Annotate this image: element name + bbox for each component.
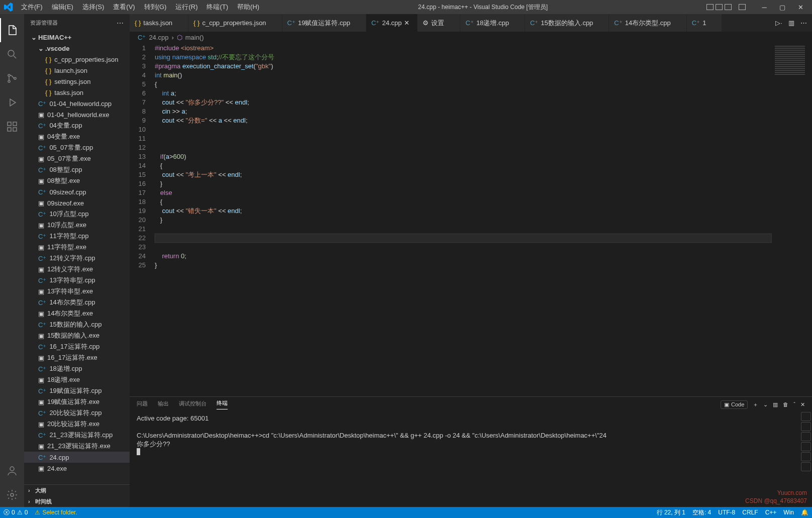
breadcrumbs[interactable]: C⁺ 24.cpp › ⬡ main() bbox=[130, 32, 812, 43]
tree-file[interactable]: C⁺18递增.cpp bbox=[24, 363, 130, 374]
menu-item[interactable]: 终端(T) bbox=[202, 1, 232, 14]
tree-file[interactable]: ▣12转义字符.exe bbox=[24, 264, 130, 275]
maximize-button[interactable]: ▢ bbox=[775, 2, 790, 13]
tree-file[interactable]: { }settings.json bbox=[24, 76, 130, 87]
settings-icon[interactable] bbox=[0, 483, 24, 507]
tree-file[interactable]: ▣09sizeof.exe bbox=[24, 197, 130, 209]
terminal-dropdown-icon[interactable]: ⌄ bbox=[763, 401, 768, 408]
tree-file[interactable]: C⁺08整型.cpp bbox=[24, 164, 130, 175]
editor-tab[interactable]: { }c_cpp_properties.json✕ bbox=[188, 14, 282, 32]
panel-tab[interactable]: 输出 bbox=[158, 400, 169, 409]
tree-file[interactable]: ▣14布尔类型.exe bbox=[24, 308, 130, 319]
tree-file[interactable]: C⁺12转义字符.cpp bbox=[24, 253, 130, 264]
tree-file[interactable]: ▣05_07常量.exe bbox=[24, 153, 130, 164]
tree-file[interactable]: ▣20比较运算符.exe bbox=[24, 419, 130, 430]
tree-root[interactable]: ⌄HEIMAC++ bbox=[24, 32, 130, 43]
panel-tab[interactable]: 问题 bbox=[137, 400, 148, 409]
tree-file[interactable]: ▣16_17运算符.exe bbox=[24, 352, 130, 363]
status-bell-icon[interactable]: 🔔 bbox=[797, 507, 812, 518]
more-icon[interactable]: ⋯ bbox=[800, 19, 807, 27]
minimize-button[interactable]: ─ bbox=[757, 2, 772, 13]
split-icon[interactable]: ▥ bbox=[788, 19, 794, 27]
menu-item[interactable]: 文件(F) bbox=[17, 1, 47, 14]
editor-tab[interactable]: C⁺19赋值运算符.cpp✕ bbox=[282, 14, 366, 32]
menu-item[interactable]: 查看(V) bbox=[109, 1, 139, 14]
tree-file[interactable]: C⁺20比较运算符.cpp bbox=[24, 407, 130, 419]
tree-file[interactable]: C⁺01-04_helloworld.cpp bbox=[24, 98, 130, 109]
terminal-side-icons[interactable] bbox=[801, 412, 811, 471]
status-lang[interactable]: C++ bbox=[762, 507, 780, 518]
tree-file[interactable]: C⁺16_17运算符.cpp bbox=[24, 341, 130, 352]
tree-file[interactable]: C⁺11字符型.cpp bbox=[24, 231, 130, 242]
editor[interactable]: 1234567891011121314151617181920212223242… bbox=[130, 43, 812, 396]
tree-file[interactable]: C⁺15数据的输入.cpp bbox=[24, 319, 130, 330]
tree-file[interactable]: C⁺14布尔类型.cpp bbox=[24, 297, 130, 308]
status-encoding[interactable]: UTF-8 bbox=[715, 507, 739, 518]
panel-tab[interactable]: 终端 bbox=[217, 399, 228, 409]
tree-file[interactable]: ▣21_23逻辑运算符.exe bbox=[24, 441, 130, 452]
kill-terminal-icon[interactable]: 🗑 bbox=[783, 401, 788, 407]
tree-file[interactable]: ▣04变量.exe bbox=[24, 131, 130, 142]
editor-tab[interactable]: C⁺24.cpp✕ bbox=[366, 14, 418, 32]
menu-item[interactable]: 转到(G) bbox=[140, 1, 171, 14]
tree-file[interactable]: C⁺04变量.cpp bbox=[24, 120, 130, 131]
timeline-section[interactable]: ›时间线 bbox=[24, 496, 130, 507]
panel-maximize-icon[interactable]: ˆ bbox=[793, 401, 795, 407]
status-eol[interactable]: CRLF bbox=[739, 507, 761, 518]
tree-file[interactable]: ▣01-04_helloworld.exe bbox=[24, 109, 130, 120]
editor-tab[interactable]: ⚙设置✕ bbox=[418, 14, 460, 32]
terminal[interactable]: Active code page: 65001 C:\Users\Adminis… bbox=[130, 412, 812, 507]
status-errors[interactable]: ⓧ 0 ⚠ 0 bbox=[0, 507, 31, 518]
tree-file[interactable]: C⁺05_07常量.cpp bbox=[24, 142, 130, 153]
editor-tab[interactable]: C⁺18递增.cpp✕ bbox=[460, 14, 525, 32]
tree-file[interactable]: ▣11字符型.exe bbox=[24, 242, 130, 253]
tree-file[interactable]: C⁺13字符串型.cpp bbox=[24, 275, 130, 286]
scm-icon[interactable] bbox=[0, 66, 24, 90]
account-icon[interactable] bbox=[0, 459, 24, 483]
menu-item[interactable]: 选择(S) bbox=[78, 1, 108, 14]
tree-file[interactable]: C⁺10浮点型.cpp bbox=[24, 209, 130, 220]
code-area[interactable]: #include <iostream>using namespace std;/… bbox=[155, 43, 772, 396]
explorer-icon[interactable] bbox=[0, 18, 24, 42]
tree-file[interactable]: ▣15数据的输入.exe bbox=[24, 330, 130, 341]
tree-file[interactable]: ▣13字符串型.exe bbox=[24, 286, 130, 297]
editor-tab[interactable]: C⁺15数据的输入.cpp✕ bbox=[525, 14, 609, 32]
layout-icons[interactable] bbox=[706, 4, 746, 10]
editor-tab[interactable]: C⁺1✕ bbox=[687, 14, 723, 32]
search-icon[interactable] bbox=[0, 42, 24, 66]
sidebar-more-icon[interactable]: ⋯ bbox=[117, 19, 124, 27]
new-terminal-icon[interactable]: ＋ bbox=[753, 401, 758, 408]
debug-icon[interactable] bbox=[0, 90, 24, 115]
outline-section[interactable]: ›大纲 bbox=[24, 485, 130, 496]
close-icon[interactable]: ✕ bbox=[404, 19, 412, 27]
menu-item[interactable]: 编辑(E) bbox=[48, 1, 77, 14]
status-spaces[interactable]: 空格: 4 bbox=[689, 507, 715, 518]
tree-file[interactable]: { }launch.json bbox=[24, 65, 130, 76]
status-win[interactable]: Win bbox=[780, 507, 797, 518]
extensions-icon[interactable] bbox=[0, 115, 24, 139]
minimap[interactable] bbox=[772, 43, 812, 396]
panel-close-icon[interactable]: ✕ bbox=[800, 401, 805, 408]
tree-file[interactable]: C⁺09sizeof.cpp bbox=[24, 186, 130, 197]
tree-file[interactable]: C⁺19赋值运算符.cpp bbox=[24, 385, 130, 396]
tree-file[interactable]: ▣19赋值运算符.exe bbox=[24, 396, 130, 407]
tree-file[interactable]: ▣18递增.exe bbox=[24, 374, 130, 385]
menu-item[interactable]: 运行(R) bbox=[171, 1, 201, 14]
editor-tab[interactable]: C⁺14布尔类型.cpp✕ bbox=[609, 14, 686, 32]
tree-file[interactable]: { }c_cpp_properties.json bbox=[24, 54, 130, 65]
terminal-profile-button[interactable]: ▣Code bbox=[721, 400, 748, 409]
tree-file[interactable]: { }tasks.json bbox=[24, 87, 130, 98]
panel-tab[interactable]: 调试控制台 bbox=[179, 400, 207, 409]
tree-file[interactable]: ▣10浮点型.exe bbox=[24, 220, 130, 231]
tree-file[interactable]: C⁺21_23逻辑运算符.cpp bbox=[24, 430, 130, 441]
tree-file[interactable]: ▣08整型.exe bbox=[24, 175, 130, 186]
status-folder[interactable]: ⚠ Select folder. bbox=[31, 507, 80, 518]
tree-file[interactable]: C⁺24.cpp bbox=[24, 452, 130, 463]
editor-tab[interactable]: { }tasks.json✕ bbox=[130, 14, 188, 32]
tree-folder-vscode[interactable]: ⌄.vscode bbox=[24, 43, 130, 54]
status-position[interactable]: 行 22, 列 1 bbox=[653, 507, 689, 518]
menu-item[interactable]: 帮助(H) bbox=[233, 1, 263, 14]
tree-file[interactable]: ▣24.exe bbox=[24, 463, 130, 474]
run-icon[interactable]: ▷· bbox=[775, 19, 782, 27]
close-button[interactable]: ✕ bbox=[793, 2, 808, 13]
